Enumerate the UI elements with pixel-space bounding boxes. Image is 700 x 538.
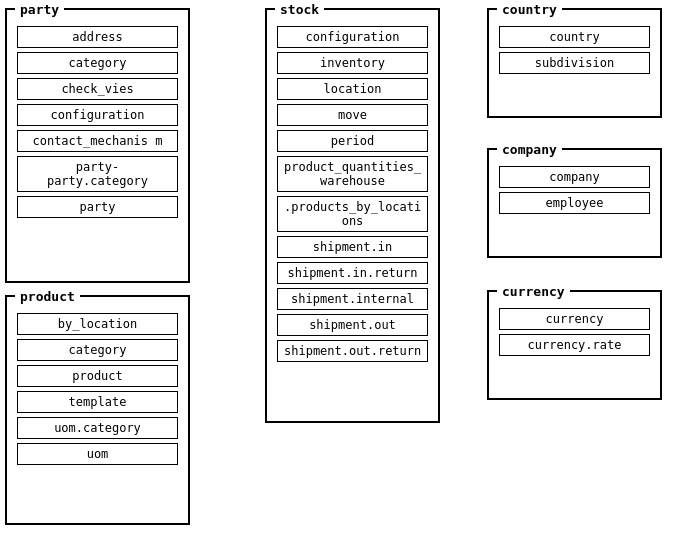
item-party-check_vies: check_vies	[17, 78, 178, 100]
item-party-contact_mechanis_m: contact_mechanis m	[17, 130, 178, 152]
item-stock-shipmentinreturn: shipment.in.return	[277, 262, 428, 284]
module-product: productby_locationcategoryproducttemplat…	[5, 295, 190, 525]
module-title-product: product	[15, 287, 80, 306]
item-currency-currencyrate: currency.rate	[499, 334, 650, 356]
module-inner-company: companyemployee	[489, 158, 660, 222]
module-currency: currencycurrencycurrency.rate	[487, 290, 662, 400]
item-stock-configuration: configuration	[277, 26, 428, 48]
item-stock-products_by_locati_ons: .products_by_locations	[277, 196, 428, 232]
item-company-employee: employee	[499, 192, 650, 214]
item-stock-inventory: inventory	[277, 52, 428, 74]
item-company-company: company	[499, 166, 650, 188]
module-inner-country: countrysubdivision	[489, 18, 660, 82]
item-stock-shipmentoutreturn: shipment.out.return	[277, 340, 428, 362]
item-stock-move: move	[277, 104, 428, 126]
module-party: partyaddresscategorycheck_viesconfigurat…	[5, 8, 190, 283]
item-stock-location: location	[277, 78, 428, 100]
item-product-category: category	[17, 339, 178, 361]
item-party-party_partycategory: party-party.category	[17, 156, 178, 192]
item-party-configuration: configuration	[17, 104, 178, 126]
item-product-uom: uom	[17, 443, 178, 465]
diagram: partyaddresscategorycheck_viesconfigurat…	[0, 0, 700, 538]
module-title-country: country	[497, 0, 562, 19]
module-title-party: party	[15, 0, 64, 19]
item-country-country: country	[499, 26, 650, 48]
module-inner-currency: currencycurrency.rate	[489, 300, 660, 364]
module-title-currency: currency	[497, 282, 570, 301]
module-inner-party: addresscategorycheck_viesconfigurationco…	[7, 18, 188, 226]
module-title-company: company	[497, 140, 562, 159]
item-product-product: product	[17, 365, 178, 387]
item-stock-product_quantities__warehouse: product_quantities_warehouse	[277, 156, 428, 192]
item-product-by_location: by_location	[17, 313, 178, 335]
item-party-category: category	[17, 52, 178, 74]
item-stock-shipmentinternal: shipment.internal	[277, 288, 428, 310]
item-country-subdivision: subdivision	[499, 52, 650, 74]
item-currency-currency: currency	[499, 308, 650, 330]
item-stock-shipmentin: shipment.in	[277, 236, 428, 258]
item-stock-shipmentout: shipment.out	[277, 314, 428, 336]
module-title-stock: stock	[275, 0, 324, 19]
item-product-template: template	[17, 391, 178, 413]
item-product-uomcategory: uom.category	[17, 417, 178, 439]
module-country: countrycountrysubdivision	[487, 8, 662, 118]
module-inner-stock: configurationinventorylocationmoveperiod…	[267, 18, 438, 370]
item-stock-period: period	[277, 130, 428, 152]
module-stock: stockconfigurationinventorylocationmovep…	[265, 8, 440, 423]
item-party-party: party	[17, 196, 178, 218]
item-party-address: address	[17, 26, 178, 48]
module-inner-product: by_locationcategoryproducttemplateuom.ca…	[7, 305, 188, 473]
module-company: companycompanyemployee	[487, 148, 662, 258]
